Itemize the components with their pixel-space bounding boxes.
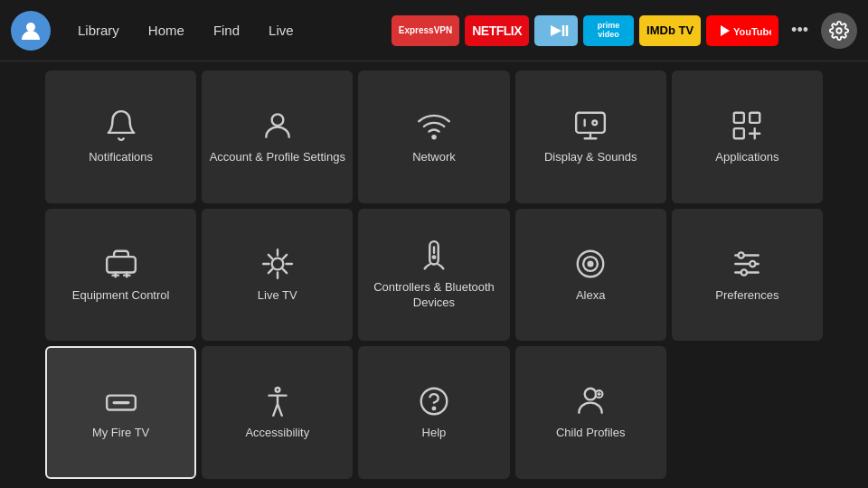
myfiretv-label: My Fire TV: [92, 426, 149, 441]
grid-childprofiles[interactable]: Child Profiles: [515, 346, 666, 479]
grid-preferences[interactable]: Preferences: [672, 209, 823, 342]
more-apps-button[interactable]: •••: [784, 17, 816, 43]
alexa-label: Alexa: [576, 288, 606, 304]
nav-library[interactable]: Library: [65, 17, 132, 43]
grid-network[interactable]: Network: [358, 70, 509, 203]
svg-point-38: [433, 408, 436, 410]
svg-point-27: [589, 261, 593, 266]
app-youtube[interactable]: YouTube: [706, 15, 778, 46]
svg-point-12: [593, 120, 598, 125]
svg-rect-14: [750, 113, 760, 123]
grid-equipment[interactable]: Equipment Control: [45, 209, 196, 342]
svg-point-10: [432, 136, 435, 138]
svg-point-32: [750, 260, 756, 266]
livetv-label: Live TV: [258, 288, 297, 304]
grid-display[interactable]: Display & Sounds: [515, 70, 666, 203]
svg-point-21: [271, 258, 283, 269]
svg-point-9: [271, 114, 283, 126]
childprofiles-label: Child Profiles: [556, 426, 626, 441]
empty-cell: [672, 346, 823, 479]
grid-applications[interactable]: Applications: [672, 70, 823, 203]
app-freevee[interactable]: [534, 15, 578, 46]
topbar: Library Home Find Live ExpressVPN NETFLI…: [0, 0, 868, 61]
app-prime[interactable]: primevideo: [583, 15, 634, 46]
grid-notifications[interactable]: Notifications: [45, 70, 196, 203]
avatar[interactable]: [11, 11, 51, 51]
network-label: Network: [412, 150, 456, 165]
grid-account[interactable]: Account & Profile Settings: [202, 70, 353, 203]
notifications-label: Notifications: [89, 150, 153, 165]
account-label: Account & Profile Settings: [210, 150, 345, 165]
nav-home[interactable]: Home: [136, 17, 197, 43]
applications-label: Applications: [715, 150, 778, 165]
app-expressvpn[interactable]: ExpressVPN: [392, 15, 459, 46]
accessibility-label: Accessibility: [245, 426, 309, 441]
svg-rect-15: [734, 128, 744, 138]
svg-point-8: [836, 28, 842, 33]
app-icons-bar: ExpressVPN NETFLIX primevideo IMDb TV Yo…: [392, 13, 857, 49]
grid-accessibility[interactable]: Accessibility: [202, 346, 353, 479]
svg-point-33: [741, 269, 747, 275]
app-imdb[interactable]: IMDb TV: [639, 15, 701, 46]
svg-text:YouTube: YouTube: [733, 26, 771, 37]
grid-alexa[interactable]: Alexa: [515, 209, 666, 342]
controllers-label: Controllers & Bluetooth Devices: [365, 280, 502, 311]
equipment-label: Equipment Control: [72, 288, 170, 304]
grid-help[interactable]: Help: [358, 346, 509, 479]
display-label: Display & Sounds: [544, 150, 637, 165]
svg-rect-11: [576, 113, 605, 133]
svg-point-36: [275, 388, 279, 392]
app-netflix[interactable]: NETFLIX: [465, 15, 529, 46]
svg-rect-13: [734, 113, 744, 123]
nav-live[interactable]: Live: [256, 17, 307, 43]
help-label: Help: [422, 426, 447, 441]
grid-controllers[interactable]: Controllers & Bluetooth Devices: [358, 209, 509, 342]
svg-rect-16: [107, 257, 136, 272]
svg-point-31: [739, 252, 744, 258]
svg-point-0: [26, 23, 35, 32]
grid-livetv[interactable]: Live TV: [202, 209, 353, 342]
main-nav: Library Home Find Live: [65, 17, 307, 43]
svg-point-39: [585, 389, 597, 400]
settings-grid: Notifications Account & Profile Settings…: [0, 61, 868, 488]
preferences-label: Preferences: [715, 288, 778, 304]
svg-point-24: [433, 256, 436, 258]
grid-myfiretv[interactable]: My Fire TV: [45, 346, 196, 479]
settings-button[interactable]: [821, 13, 857, 49]
nav-find[interactable]: Find: [201, 17, 252, 43]
